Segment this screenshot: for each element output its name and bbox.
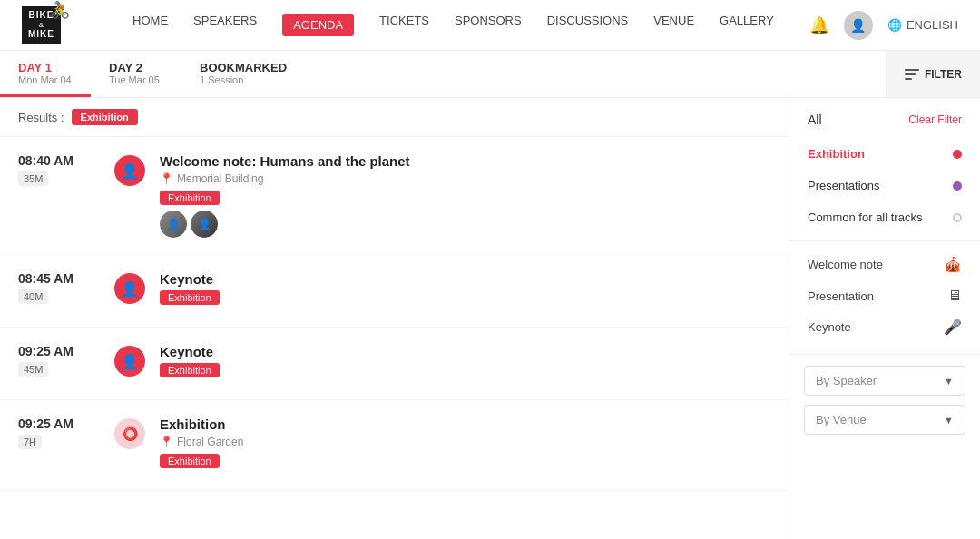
filter-presentations-label: Presentations — [808, 179, 880, 192]
filter-header: All Clear Filter — [808, 113, 962, 127]
active-filter-tag[interactable]: Exhibition — [72, 109, 138, 125]
speaker-avatar[interactable]: 👤 — [160, 211, 187, 238]
by-speaker-placeholder: By Speaker — [816, 374, 877, 387]
nav-right: 🔔 👤 🌐 ENGLISH — [809, 11, 958, 40]
filter-types: Welcome note 🎪 Presentation 🖥 Keynote 🎤 — [789, 241, 980, 355]
session-tags: Exhibition — [160, 290, 770, 305]
type-presentation[interactable]: Presentation 🖥 — [808, 280, 962, 311]
filter-common-tracks[interactable]: Common for all tracks — [808, 201, 962, 233]
session-venue: 📍 Memorial Building — [160, 172, 770, 185]
type-welcome-label: Welcome note — [808, 258, 883, 271]
tab-day1-date: Mon Mar 04 — [18, 74, 73, 85]
session-type-icon: 👤 — [114, 273, 145, 304]
filter-exhibition[interactable]: Exhibition — [808, 138, 962, 170]
main-layout: Results : Exhibition 08:40 AM 35M 👤 Welc… — [0, 98, 980, 539]
left-panel: Results : Exhibition 08:40 AM 35M 👤 Welc… — [0, 98, 789, 539]
logo[interactable]: BIKE & MIKE 🚴 — [22, 6, 61, 44]
by-venue-dropdown[interactable]: By Venue ▼ — [804, 405, 965, 435]
language-selector[interactable]: 🌐 ENGLISH — [887, 18, 958, 32]
tab-day2-label: DAY 2 — [109, 61, 163, 74]
nav-links: HOME SPEAKERS AGENDA TICKETS SPONSORS DI… — [97, 14, 809, 36]
chevron-down-icon: ▼ — [944, 415, 954, 426]
clear-filter-link[interactable]: Clear Filter — [908, 113, 962, 126]
filter-lines-icon — [905, 69, 919, 80]
nav-gallery[interactable]: GALLERY — [720, 14, 774, 36]
session-tags: Exhibition — [160, 191, 770, 205]
session-item[interactable]: 08:45 AM 40M 👤 Keynote Exhibition — [0, 255, 789, 328]
presentation-icon: 🖥 — [947, 288, 962, 304]
session-title: Exhibition — [160, 416, 770, 432]
location-icon: 📍 — [160, 436, 173, 448]
session-time-value: 08:40 AM — [18, 153, 100, 168]
tag-exhibition: Exhibition — [160, 290, 220, 305]
nav-home[interactable]: HOME — [132, 14, 168, 36]
welcome-note-icon: 🎪 — [944, 256, 962, 273]
session-body: Keynote Exhibition — [160, 271, 770, 310]
nav-speakers[interactable]: SPEAKERS — [193, 14, 257, 36]
session-time-value: 08:45 AM — [18, 271, 100, 286]
filter-dropdowns: By Speaker ▼ By Venue ▼ — [789, 355, 980, 446]
nav-tickets[interactable]: TICKETS — [379, 14, 429, 36]
by-venue-placeholder: By Venue — [816, 413, 867, 426]
tag-exhibition: Exhibition — [160, 363, 220, 377]
location-icon: 📍 — [160, 172, 173, 185]
session-duration: 7H — [18, 435, 42, 449]
tag-exhibition: Exhibition — [160, 454, 220, 468]
nav-discussions[interactable]: DISCUSSIONS — [547, 14, 629, 36]
nav-venue[interactable]: VENUE — [653, 14, 694, 36]
tab-bookmarked[interactable]: BOOKMARKED 1 Session — [181, 51, 305, 97]
globe-icon: 🌐 — [887, 18, 902, 32]
type-welcome-note[interactable]: Welcome note 🎪 — [808, 249, 962, 280]
nav-sponsors[interactable]: SPONSORS — [455, 14, 522, 36]
session-body: Keynote Exhibition — [160, 344, 770, 383]
logo-box: BIKE & MIKE 🚴 — [22, 6, 61, 44]
tab-day2-date: Tue Mar 05 — [109, 74, 163, 85]
by-speaker-dropdown[interactable]: By Speaker ▼ — [804, 366, 965, 396]
type-keynote-label: Keynote — [808, 320, 851, 334]
venue-name: Floral Garden — [177, 436, 243, 448]
filter-button-label: FILTER — [925, 68, 962, 81]
bike-icon: 🚴 — [50, 1, 70, 21]
session-venue: 📍 Floral Garden — [160, 436, 770, 448]
session-item[interactable]: 08:40 AM 35M 👤 Welcome note: Humans and … — [0, 137, 789, 255]
filter-all-label: All — [808, 113, 822, 127]
filter-dot-empty — [953, 213, 962, 222]
tab-day2[interactable]: DAY 2 Tue Mar 05 — [91, 51, 181, 97]
right-panel: All Clear Filter Exhibition Presentation… — [789, 98, 980, 539]
session-item[interactable]: 09:25 AM 45M 👤 Keynote Exhibition — [0, 328, 789, 400]
nav-agenda[interactable]: AGENDA — [282, 14, 354, 36]
tab-bookmarked-label: BOOKMARKED — [200, 61, 287, 74]
navbar: BIKE & MIKE 🚴 HOME SPEAKERS AGENDA TICKE… — [0, 0, 980, 51]
results-bar: Results : Exhibition — [0, 98, 789, 137]
type-presentation-label: Presentation — [808, 289, 874, 303]
filter-common-label: Common for all tracks — [808, 211, 922, 224]
filter-button[interactable]: FILTER — [886, 51, 980, 97]
session-time: 09:25 AM 7H — [18, 416, 100, 449]
speaker-avatar[interactable]: 👤 — [191, 211, 218, 238]
chevron-down-icon: ▼ — [944, 376, 954, 387]
venue-name: Memorial Building — [177, 172, 263, 185]
session-time-value: 09:25 AM — [18, 416, 100, 431]
filter-dot-purple — [953, 181, 962, 191]
type-keynote[interactable]: Keynote 🎤 — [808, 311, 962, 343]
session-time: 08:45 AM 40M — [18, 271, 100, 304]
user-avatar[interactable]: 👤 — [844, 11, 873, 40]
tab-day1-label: DAY 1 — [18, 61, 73, 74]
tag-exhibition: Exhibition — [160, 191, 220, 205]
language-label: ENGLISH — [906, 18, 958, 32]
session-body: Welcome note: Humans and the planet 📍 Me… — [160, 153, 770, 238]
filter-dot-red — [953, 150, 962, 159]
session-type-icon: 👤 — [114, 346, 145, 377]
filter-exhibition-label: Exhibition — [808, 147, 865, 161]
session-duration: 35M — [18, 172, 48, 186]
session-tags: Exhibition — [160, 363, 770, 377]
tab-bookmarked-sessions: 1 Session — [200, 74, 287, 85]
tabs-row: DAY 1 Mon Mar 04 DAY 2 Tue Mar 05 BOOKMA… — [0, 51, 980, 98]
notification-bell-icon[interactable]: 🔔 — [809, 15, 829, 35]
filter-presentations[interactable]: Presentations — [808, 170, 962, 201]
session-list: 08:40 AM 35M 👤 Welcome note: Humans and … — [0, 137, 789, 491]
session-item[interactable]: 09:25 AM 7H ⭕ Exhibition 📍 Floral Garden… — [0, 400, 789, 491]
session-body: Exhibition 📍 Floral Garden Exhibition — [160, 416, 770, 474]
tab-day1[interactable]: DAY 1 Mon Mar 04 — [0, 51, 91, 97]
session-avatars: 👤 👤 — [160, 211, 770, 238]
